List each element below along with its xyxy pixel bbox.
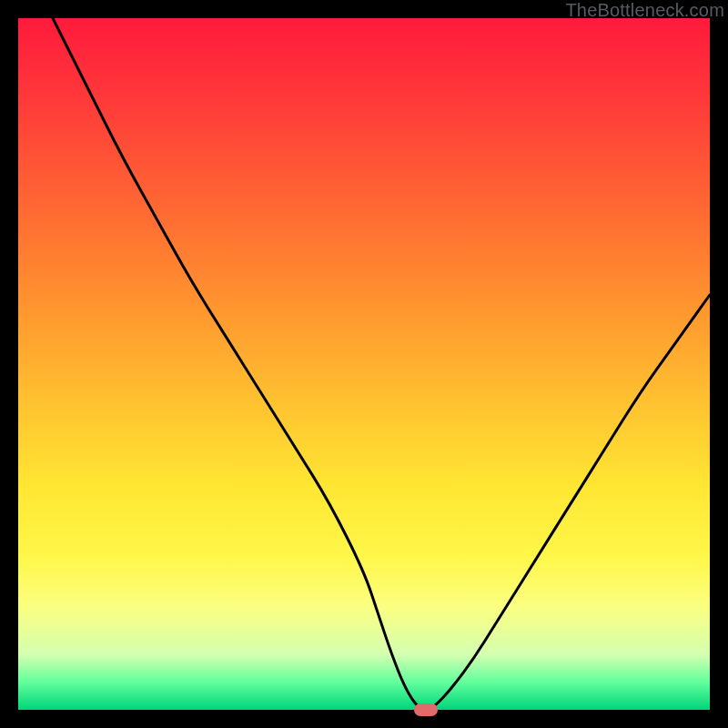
plot-area bbox=[18, 18, 710, 710]
chart-frame: TheBottleneck.com bbox=[0, 0, 728, 728]
curve-svg bbox=[18, 18, 710, 710]
optimal-point-marker bbox=[414, 703, 438, 716]
bottleneck-curve bbox=[53, 18, 710, 710]
